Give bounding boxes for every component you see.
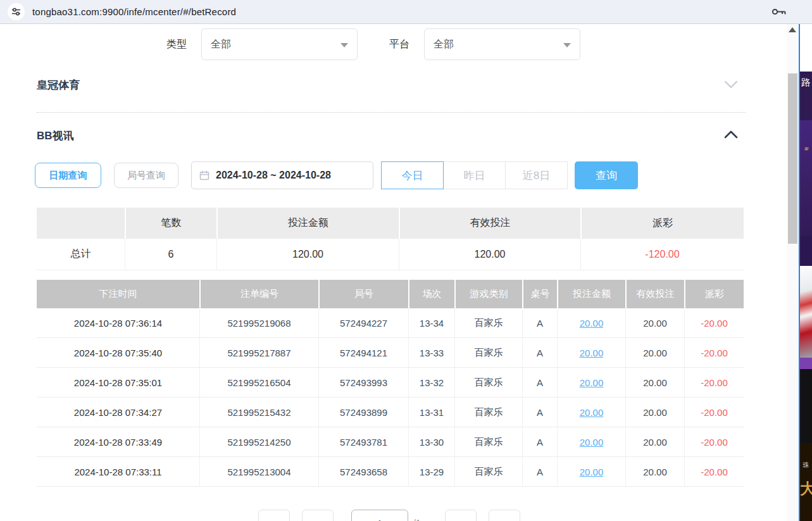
payout: -20.00 xyxy=(684,308,744,337)
platform-select[interactable]: 全部 xyxy=(424,28,580,60)
order-number: 521995216504 xyxy=(199,368,318,397)
payout: -20.00 xyxy=(684,338,744,367)
round-query-tab[interactable]: 局号查询 xyxy=(114,163,178,188)
vertical-scrollbar[interactable] xyxy=(787,24,799,521)
summary-bet-amount: 120.00 xyxy=(216,239,399,270)
last-8-days-button[interactable]: 近8日 xyxy=(505,161,568,189)
session: 13-29 xyxy=(408,457,454,486)
summary-total-row: 总计 6 120.00 120.00 -120.00 xyxy=(37,239,744,270)
last-page-button[interactable]: » xyxy=(489,510,520,521)
sliver-character-art xyxy=(800,266,812,358)
game-type: 百家乐 xyxy=(454,338,522,367)
table-header-cell: 局号 xyxy=(318,280,408,308)
yesterday-button[interactable]: 昨日 xyxy=(443,161,506,189)
type-select-value: 全部 xyxy=(211,38,231,51)
date-query-tab[interactable]: 日期查询 xyxy=(35,163,101,188)
table-header-cell: 游戏类别 xyxy=(454,280,522,308)
summary-header-cell: 派彩 xyxy=(580,208,744,239)
chevron-down-icon xyxy=(723,80,739,89)
table-number: A xyxy=(522,308,557,337)
caret-down-icon xyxy=(340,43,348,47)
first-page-button[interactable]: « xyxy=(258,510,290,521)
date-range-input[interactable]: 2024-10-28 ~ 2024-10-28 xyxy=(191,161,373,189)
sliver-gold-text: 珠 xyxy=(803,461,809,468)
bet-time: 2024-10-28 07:33:11 xyxy=(37,457,199,486)
bet-amount-link[interactable]: 20.00 xyxy=(580,377,604,388)
site-settings-button[interactable] xyxy=(8,3,25,20)
game-type: 百家乐 xyxy=(454,398,522,427)
platform-select-value: 全部 xyxy=(434,38,454,51)
sliver-black-block xyxy=(800,369,812,443)
bet-time: 2024-10-28 07:34:27 xyxy=(37,398,199,427)
next-page-button[interactable]: › xyxy=(445,510,477,521)
bet-amount-link[interactable]: 20.00 xyxy=(580,348,604,358)
game-type: 百家乐 xyxy=(454,308,522,337)
chevron-up-icon xyxy=(723,130,739,139)
type-select[interactable]: 全部 xyxy=(201,28,358,60)
first-page-icon: « xyxy=(270,515,277,521)
table-header-cell: 下注时间 xyxy=(37,280,199,308)
table-row: 2024-10-28 07:33:49 521995214250 5724937… xyxy=(37,427,744,457)
summary-valid-bet: 120.00 xyxy=(399,239,580,270)
game-type: 百家乐 xyxy=(454,457,522,486)
table-header-cell: 场次 xyxy=(408,280,454,308)
last-page-icon: » xyxy=(501,515,508,521)
summary-payout: -120.00 xyxy=(580,239,744,270)
password-manager-button[interactable] xyxy=(771,7,787,16)
table-number: A xyxy=(522,427,557,456)
session: 13-33 xyxy=(408,338,454,367)
order-number: 521995219068 xyxy=(199,308,318,337)
session: 13-31 xyxy=(408,398,454,427)
url-text[interactable]: tongbao31.com:9900/infe/mcenter/#/betRec… xyxy=(32,6,236,17)
summary-count: 6 xyxy=(125,239,216,270)
summary-header-cell: 有效投注 xyxy=(399,208,580,239)
table-header-cell: 有效投注 xyxy=(625,280,684,308)
table-row: 2024-10-28 07:35:01 521995216504 5724939… xyxy=(37,368,744,398)
round-number: 572493993 xyxy=(318,368,408,397)
sliver-gold-big-text: 大 xyxy=(800,479,812,499)
bb-collapse-toggle[interactable] xyxy=(723,130,739,141)
sliver-banner-text: 路 xyxy=(800,72,812,120)
table-number: A xyxy=(522,368,557,397)
table-header-cell: 投注金额 xyxy=(557,280,625,308)
tune-icon xyxy=(11,7,21,16)
valid-bet: 20.00 xyxy=(625,338,684,367)
prev-page-icon: ‹ xyxy=(316,515,320,521)
round-number: 572493658 xyxy=(318,457,408,486)
round-number: 572494227 xyxy=(318,308,408,337)
bet-time: 2024-10-28 07:36:14 xyxy=(37,308,199,337)
section-divider xyxy=(37,112,746,113)
bet-amount-link[interactable]: 20.00 xyxy=(580,437,604,448)
page-body: 类型 全部 平台 全部 皇冠体育 BB视讯 日期查询 局号查询 xyxy=(0,24,812,521)
crown-expand-toggle[interactable] xyxy=(723,80,739,92)
bet-amount-link[interactable]: 20.00 xyxy=(580,318,604,329)
search-button[interactable]: 查询 xyxy=(575,161,638,189)
table-row: 2024-10-28 07:33:11 521995213004 5724936… xyxy=(37,457,744,487)
calendar-icon xyxy=(199,170,209,180)
sliver-indigo-block xyxy=(800,236,812,266)
table-header-cell: 派彩 xyxy=(684,280,744,308)
payout: -20.00 xyxy=(684,368,744,397)
prev-page-button[interactable]: ‹ xyxy=(302,510,334,521)
bet-records-table: 下注时间 注单编号 局号 场次 游戏类别 桌号 投注金额 有效投注 派彩 202… xyxy=(37,280,744,487)
summary-table: 笔数 投注金额 有效投注 派彩 总计 6 120.00 120.00 -120.… xyxy=(37,208,744,270)
table-row: 2024-10-28 07:36:14 521995219068 5724942… xyxy=(37,308,744,338)
page-number-input[interactable] xyxy=(351,510,408,521)
caret-down-icon xyxy=(563,43,571,47)
summary-total-label: 总计 xyxy=(37,239,125,270)
today-button[interactable]: 今日 xyxy=(381,161,444,189)
bet-amount-link[interactable]: 20.00 xyxy=(580,407,604,418)
bet-amount-link[interactable]: 20.00 xyxy=(580,467,604,477)
payout: -20.00 xyxy=(684,427,744,456)
table-number: A xyxy=(522,398,557,427)
platform-filter-label: 平台 xyxy=(389,28,409,60)
background-page-sliver: 路 ≋ 珠 大 xyxy=(799,24,812,521)
section-title-bb-video: BB视讯 xyxy=(37,129,74,143)
scroll-up-icon[interactable] xyxy=(789,27,796,32)
page-total-label: /1 xyxy=(413,518,421,521)
scrollbar-thumb[interactable] xyxy=(788,73,797,244)
table-header-row: 下注时间 注单编号 局号 场次 游戏类别 桌号 投注金额 有效投注 派彩 xyxy=(37,280,744,308)
sliver-gold-banner: 珠 大 xyxy=(800,443,812,521)
valid-bet: 20.00 xyxy=(625,368,684,397)
game-type: 百家乐 xyxy=(454,368,522,397)
